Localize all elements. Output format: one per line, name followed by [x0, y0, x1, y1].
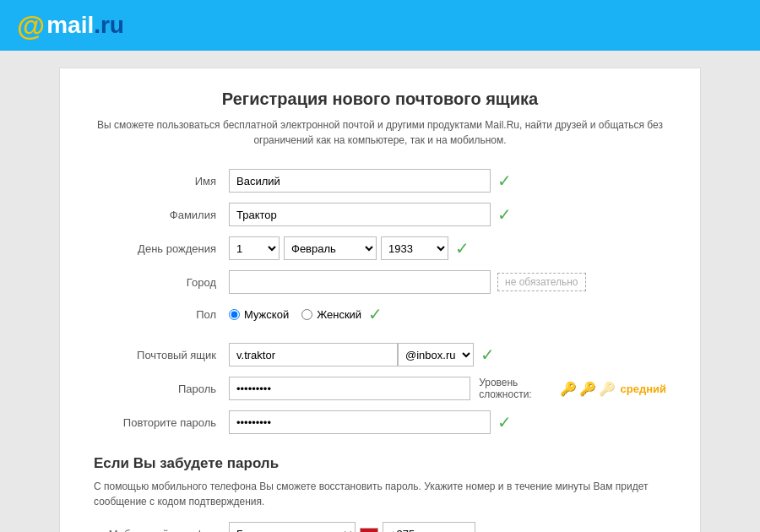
gender-label: Пол — [94, 308, 229, 321]
complexity-indicator: Уровень сложности: 🔑 🔑 🔑 средний — [479, 377, 666, 400]
email-row: Почтовый ящик @inbox.ru @mail.ru @list.r… — [94, 343, 666, 366]
recovery-desc: С помощью мобильного телефона Вы сможете… — [94, 479, 666, 509]
city-hint: не обязательно — [497, 273, 586, 291]
city-label: Город — [94, 276, 229, 289]
email-domain-select[interactable]: @inbox.ru @mail.ru @list.ru @bk.ru — [398, 343, 474, 366]
logo-mail: mail — [46, 12, 94, 39]
gender-group: Мужской Женский — [229, 308, 361, 321]
gender-female-label: Женский — [317, 308, 361, 321]
confirm-password-row: Повторите пароль ✓ — [94, 410, 666, 434]
confirm-password-input-group: ✓ — [229, 410, 666, 434]
complexity-key-2: 🔑 — [579, 381, 596, 397]
email-label: Почтовый ящик — [94, 349, 229, 361]
phone-row: Мобильный телефон Беларусь Россия Украин… — [94, 522, 666, 532]
email-input-group: @inbox.ru @mail.ru @list.ru @bk.ru ✓ — [229, 343, 666, 366]
birthday-group: 1 2345 678910 Январь Февраль МартАпрельМ… — [229, 236, 448, 260]
gender-female-option[interactable]: Женский — [301, 308, 361, 321]
complexity-key-1: 🔑 — [560, 381, 577, 397]
logo-ru: ru — [100, 12, 124, 39]
password-input-group: Уровень сложности: 🔑 🔑 🔑 средний — [229, 377, 666, 400]
birthday-label: День рождения — [94, 242, 229, 255]
phone-input[interactable] — [383, 522, 475, 532]
logo-dot: . — [94, 12, 100, 39]
logo: @mail.ru — [17, 9, 124, 42]
gender-male-option[interactable]: Мужской — [229, 308, 289, 321]
flag-icon — [360, 528, 378, 532]
surname-input-group: ✓ — [229, 203, 666, 226]
header: @mail.ru — [0, 0, 760, 51]
birthday-checkmark: ✓ — [455, 238, 470, 258]
email-group: @inbox.ru @mail.ru @list.ru @bk.ru — [229, 343, 474, 366]
name-input-group: ✓ — [229, 169, 666, 193]
gender-male-radio[interactable] — [229, 309, 240, 320]
phone-input-group: Беларусь Россия Украина Казахстан — [229, 522, 666, 532]
complexity-level: средний — [621, 383, 667, 395]
surname-input[interactable] — [229, 203, 491, 226]
complexity-text: Уровень сложности: — [479, 377, 556, 400]
name-input[interactable] — [229, 169, 491, 193]
recovery-title: Если Вы забудете пароль — [94, 455, 666, 472]
page-title: Регистрация нового почтового ящика — [94, 90, 666, 109]
email-input[interactable] — [229, 343, 398, 366]
name-row: Имя ✓ — [94, 169, 666, 193]
surname-row: Фамилия ✓ — [94, 203, 666, 226]
recovery-section: Если Вы забудете пароль С помощью мобиль… — [94, 451, 666, 532]
confirm-password-label: Повторите пароль — [94, 416, 229, 429]
city-input-group: не обязательно — [229, 270, 666, 294]
surname-checkmark: ✓ — [497, 204, 512, 225]
confirm-password-input[interactable] — [229, 410, 491, 434]
gender-female-radio[interactable] — [301, 309, 312, 320]
email-checkmark: ✓ — [480, 345, 495, 365]
city-input[interactable] — [229, 270, 491, 294]
phone-group: Беларусь Россия Украина Казахстан — [229, 522, 475, 532]
password-input[interactable] — [229, 377, 470, 400]
birthday-month-select[interactable]: Январь Февраль МартАпрельМай ИюньИюльАвг… — [284, 236, 377, 260]
country-select[interactable]: Беларусь Россия Украина Казахстан — [229, 522, 356, 532]
confirm-password-checkmark: ✓ — [497, 412, 512, 432]
surname-label: Фамилия — [94, 209, 229, 221]
name-checkmark: ✓ — [497, 171, 512, 191]
registration-form: Регистрация нового почтового ящика Вы см… — [59, 68, 701, 532]
city-row: Город не обязательно — [94, 270, 666, 294]
gender-male-label: Мужской — [244, 308, 289, 321]
password-label: Пароль — [94, 383, 229, 395]
birthday-input-group: 1 2345 678910 Январь Февраль МартАпрельМ… — [229, 236, 666, 260]
phone-label: Мобильный телефон — [94, 528, 229, 533]
password-row: Пароль Уровень сложности: 🔑 🔑 🔑 средний — [94, 377, 666, 400]
birthday-row: День рождения 1 2345 678910 Январь Февра… — [94, 236, 666, 260]
logo-at: @ — [17, 9, 45, 42]
gender-input-group: Мужской Женский ✓ — [229, 304, 666, 324]
gender-row: Пол Мужской Женский ✓ — [94, 304, 666, 324]
page-description: Вы сможете пользоваться бесплатной элект… — [94, 117, 666, 148]
complexity-key-3: 🔑 — [599, 381, 616, 397]
birthday-day-select[interactable]: 1 2345 678910 — [229, 236, 280, 260]
name-label: Имя — [94, 175, 229, 187]
birthday-year-select[interactable]: 1933 19341935 — [381, 236, 448, 260]
gender-checkmark: ✓ — [368, 304, 383, 324]
